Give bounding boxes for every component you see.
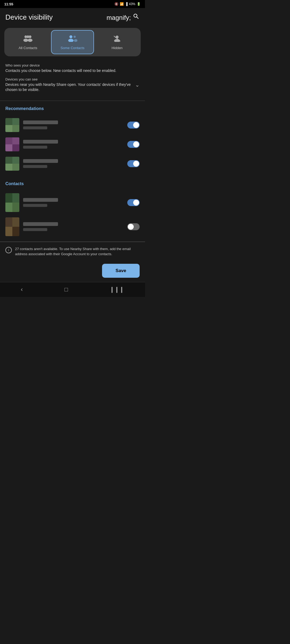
tab-all-contacts-label: All Contacts	[19, 46, 37, 50]
toggle-knob	[128, 224, 134, 230]
tab-all-contacts[interactable]: All Contacts	[6, 30, 49, 54]
mute-icon: 🔇	[114, 2, 118, 6]
home-button[interactable]: □	[64, 286, 68, 293]
tab-hidden[interactable]: Hidden	[96, 30, 139, 54]
contact-toggle-4[interactable]	[127, 199, 140, 206]
contact-info	[23, 140, 124, 149]
who-sees-row: Who sees your device Contacts you choose…	[5, 63, 140, 74]
avatar	[5, 118, 19, 132]
contacts-title: Contacts	[5, 181, 140, 186]
svg-point-8	[74, 39, 77, 42]
save-button[interactable]: Save	[102, 264, 140, 278]
contact-name-placeholder	[23, 222, 58, 226]
toggle-knob	[133, 200, 139, 206]
status-right: 🔇 📶 ▐ 43% 🔋	[114, 2, 141, 6]
svg-point-6	[68, 39, 74, 42]
contact-name-placeholder	[23, 120, 58, 124]
info-section: Who sees your device Contacts you choose…	[0, 61, 145, 101]
recents-button[interactable]: ❙❙❙	[110, 286, 124, 293]
toggle-knob	[133, 141, 139, 147]
tab-hidden-label: Hidden	[111, 46, 122, 50]
status-bar: 11:55 🔇 📶 ▐ 43% 🔋	[0, 0, 145, 8]
contact-sub-placeholder	[23, 126, 47, 129]
contact-name-placeholder	[23, 140, 58, 144]
contact-name-placeholder	[23, 159, 58, 163]
all-contacts-icon	[23, 34, 33, 44]
avatar	[5, 217, 19, 236]
signal-icon: ▐	[125, 2, 128, 6]
devices-label: Devices you can see	[5, 77, 132, 81]
tab-some-contacts[interactable]: Some Contacts	[51, 30, 94, 54]
wifi-icon: 📶	[120, 2, 124, 6]
devices-value: Devices near you with Nearby Share open.…	[5, 82, 132, 93]
list-item	[5, 115, 140, 135]
tab-some-contacts-label: Some Contacts	[61, 46, 85, 50]
contact-sub-placeholder	[23, 228, 47, 231]
toggle-knob	[133, 122, 139, 128]
avatar	[5, 193, 19, 212]
devices-text: Devices you can see Devices near you wit…	[5, 77, 132, 93]
avatar	[5, 157, 19, 171]
nav-bar: ‹ □ ❙❙❙	[0, 282, 145, 297]
contact-name-placeholder	[23, 198, 58, 202]
list-item	[5, 215, 140, 239]
contact-toggle-2[interactable]	[127, 141, 140, 148]
contact-info	[23, 222, 124, 231]
contact-sub-placeholder	[23, 146, 47, 149]
svg-point-4	[28, 39, 32, 42]
contact-sub-placeholder	[23, 165, 47, 168]
expand-icon[interactable]: ⌄	[135, 82, 140, 88]
avatar	[5, 137, 19, 151]
battery-indicator: 🔋	[137, 2, 141, 6]
bottom-info-text: 27 contacts aren't available. To use Nea…	[15, 246, 140, 257]
contact-info	[23, 120, 124, 129]
search-button[interactable]: magnify;	[107, 13, 140, 21]
list-item	[5, 191, 140, 215]
status-time: 11:55	[4, 2, 13, 6]
who-sees-label: Who sees your device	[5, 63, 140, 67]
contact-info	[23, 198, 124, 207]
visibility-tabs: All Contacts Some Contacts Hidden	[4, 28, 141, 56]
svg-point-5	[70, 35, 73, 38]
who-sees-value: Contacts you choose below. New contacts …	[5, 68, 140, 74]
svg-point-2	[27, 35, 29, 38]
contact-toggle-5[interactable]	[127, 223, 140, 230]
list-item	[5, 135, 140, 154]
contact-info	[23, 159, 124, 168]
header: Device visibility magnify;	[0, 8, 145, 25]
toggle-knob	[133, 161, 139, 167]
recommendations-title: Recommendations	[5, 106, 140, 111]
contact-toggle-1[interactable]	[127, 122, 140, 129]
devices-row: Devices you can see Devices near you wit…	[5, 77, 140, 93]
hidden-icon	[112, 34, 122, 44]
save-container: Save	[0, 261, 145, 282]
bottom-info-bar: i 27 contacts aren't available. To use N…	[0, 242, 145, 261]
contact-toggle-3[interactable]	[127, 160, 140, 167]
list-item	[5, 154, 140, 173]
contacts-section: Contacts	[0, 176, 145, 241]
back-button[interactable]: ‹	[21, 286, 23, 293]
svg-point-7	[74, 36, 76, 38]
recommendations-section: Recommendations	[0, 101, 145, 176]
svg-point-3	[23, 39, 28, 42]
battery-icon: 43%	[129, 2, 135, 6]
page-title: Device visibility	[5, 13, 53, 21]
info-circle-icon: i	[5, 247, 12, 253]
contact-sub-placeholder	[23, 204, 47, 207]
some-contacts-icon	[68, 34, 77, 44]
